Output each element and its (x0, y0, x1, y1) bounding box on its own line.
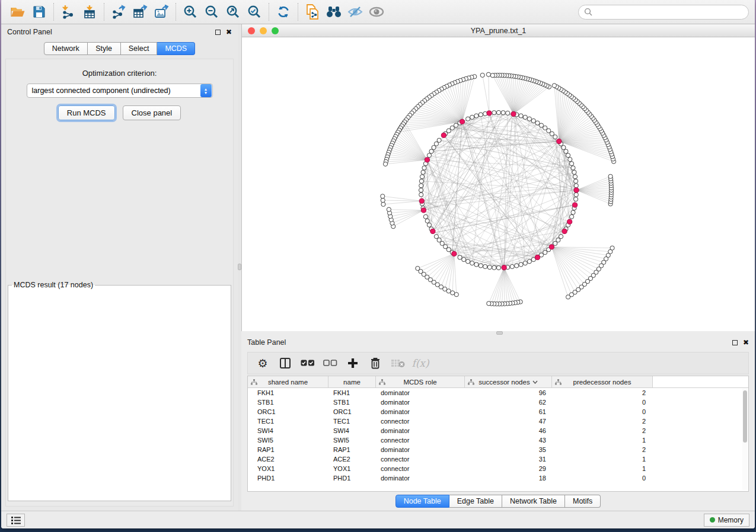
graph-node[interactable] (416, 266, 420, 270)
graph-node[interactable] (569, 214, 573, 219)
graph-node[interactable] (566, 295, 570, 299)
splitter-grip[interactable] (238, 264, 241, 270)
float-panel-icon[interactable] (215, 30, 221, 35)
mcds-hub-node[interactable] (567, 219, 572, 224)
tab-network[interactable]: Network (44, 42, 88, 55)
close-panel-icon[interactable]: ✖ (226, 29, 232, 35)
tab-network-table[interactable]: Network Table (502, 495, 565, 508)
graph-node[interactable] (496, 265, 500, 270)
splitter-grip[interactable] (496, 331, 503, 335)
graph-node[interactable] (454, 293, 458, 297)
graph-node[interactable] (419, 193, 423, 197)
graph-node[interactable] (543, 250, 547, 254)
table-row[interactable]: YOX1YOX1connector291 (248, 464, 748, 473)
graph-node[interactable] (574, 197, 578, 201)
show-panels-button[interactable] (275, 354, 295, 372)
tab-edge-table[interactable]: Edge Table (449, 495, 502, 508)
graph-node[interactable] (571, 166, 575, 170)
graph-node[interactable] (574, 193, 578, 197)
graph-node[interactable] (474, 262, 479, 267)
table-row[interactable]: STB1STB1dominator620 (248, 398, 748, 407)
mcds-hub-node[interactable] (421, 208, 426, 213)
graph-node[interactable] (559, 235, 563, 239)
graph-node[interactable] (552, 84, 556, 88)
graph-node[interactable] (387, 207, 391, 211)
graph-node[interactable] (470, 115, 474, 119)
tab-node-table[interactable]: Node Table (395, 495, 449, 508)
mcds-hub-node[interactable] (441, 133, 446, 137)
table-row[interactable]: ORC1ORC1dominator610 (248, 407, 748, 416)
table-row[interactable]: RAP1RAP1dominator352 (248, 445, 748, 454)
graph-node[interactable] (466, 259, 470, 264)
graph-node[interactable] (450, 126, 454, 130)
run-mcds-button[interactable]: Run MCDS (58, 105, 115, 120)
search-network-button[interactable] (323, 2, 344, 21)
graph-node[interactable] (568, 158, 572, 162)
graph-node[interactable] (429, 149, 433, 153)
table-row[interactable]: SWI5SWI5connector431 (248, 435, 748, 445)
table-row[interactable]: PHD1PHD1dominator180 (248, 473, 748, 483)
memory-button[interactable]: Memory (704, 514, 749, 527)
graph-node[interactable] (474, 114, 479, 118)
table-scrollbar[interactable] (742, 389, 748, 490)
table-row[interactable]: SWI4SWI4dominator462 (248, 426, 748, 435)
graph-node[interactable] (466, 117, 470, 121)
export-network-button[interactable] (108, 2, 129, 21)
graph-node[interactable] (487, 265, 492, 270)
graph-node[interactable] (519, 114, 523, 118)
graph-node[interactable] (381, 194, 385, 198)
graph-node[interactable] (487, 302, 491, 306)
graph-node[interactable] (510, 264, 514, 268)
graph-node[interactable] (462, 257, 466, 261)
graph-node[interactable] (470, 261, 474, 265)
mcds-hub-node[interactable] (574, 188, 579, 193)
mcds-hub-node[interactable] (452, 251, 457, 256)
graph-node[interactable] (434, 235, 438, 239)
graph-node[interactable] (515, 264, 519, 268)
mcds-hub-node[interactable] (487, 111, 492, 116)
vertical-splitter[interactable] (238, 24, 241, 511)
close-panel-icon[interactable]: ✖ (743, 339, 749, 345)
graph-node[interactable] (492, 265, 496, 270)
apply-function-button[interactable]: f(x) (410, 354, 430, 372)
graph-node[interactable] (425, 219, 429, 223)
graph-node[interactable] (419, 179, 423, 183)
tab-style[interactable]: Style (88, 42, 121, 55)
network-canvas[interactable] (242, 37, 755, 331)
graph-node[interactable] (531, 118, 535, 123)
table-row[interactable]: ACE2ACE2connector311 (248, 454, 748, 464)
graph-node[interactable] (381, 198, 385, 202)
optimization-criterion-select[interactable]: largest connected component (undirected)… (27, 84, 213, 98)
graph-node[interactable] (496, 110, 500, 114)
graph-node[interactable] (446, 248, 451, 252)
mcds-hub-node[interactable] (549, 245, 554, 249)
graph-node[interactable] (421, 170, 425, 174)
zoom-out-button[interactable] (201, 2, 222, 21)
zoom-fit-button[interactable] (222, 2, 244, 21)
graph-node[interactable] (556, 238, 560, 242)
graph-node[interactable] (523, 261, 527, 265)
clone-network-button[interactable] (302, 2, 323, 21)
mcds-hub-node[interactable] (460, 119, 464, 124)
export-image-button[interactable] (151, 2, 172, 21)
mcds-hub-node[interactable] (430, 229, 435, 233)
graph-node[interactable] (566, 153, 570, 158)
mcds-result-list[interactable]: PHD1CAR1STP4TID3YOX1SWI4SRD1PMA2FKH1ACE2… (9, 290, 225, 293)
graph-node[interactable] (571, 210, 575, 214)
network-search-field[interactable] (578, 5, 749, 20)
network-window-titlebar[interactable]: YPA_prune.txt_1 (242, 24, 755, 37)
scrollbar-thumb[interactable] (743, 390, 747, 443)
graph-node[interactable] (574, 184, 578, 188)
column-header-successor-nodes[interactable]: successor nodes (465, 376, 552, 387)
table-row[interactable]: TEC1TEC1connector472 (248, 416, 748, 426)
graph-node[interactable] (458, 255, 462, 259)
mcds-hub-node[interactable] (511, 111, 516, 116)
graph-node[interactable] (527, 259, 531, 264)
graph-node[interactable] (432, 145, 436, 149)
graph-node[interactable] (486, 72, 490, 76)
mcds-hub-node[interactable] (557, 139, 562, 143)
graph-node[interactable] (437, 138, 441, 142)
import-network-button[interactable] (58, 2, 79, 21)
graph-node[interactable] (506, 111, 510, 115)
graph-node[interactable] (492, 111, 496, 115)
